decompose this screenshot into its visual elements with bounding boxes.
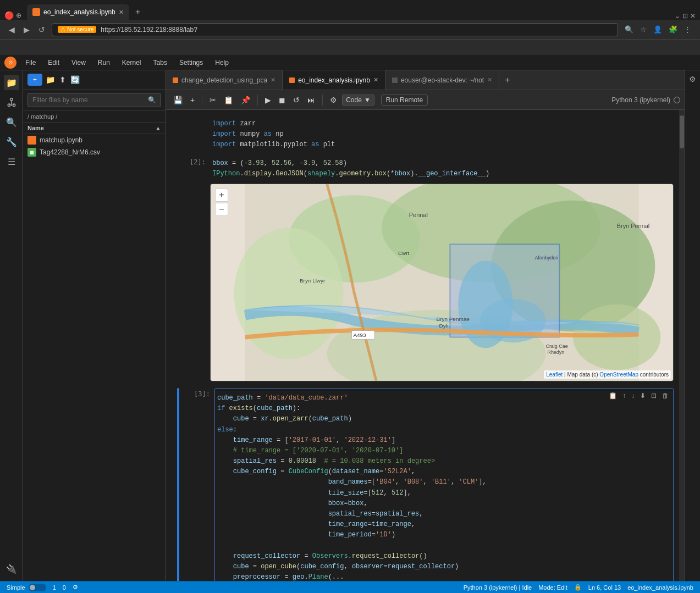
- sidebar-icon-extensions[interactable]: 🔧: [4, 134, 19, 149]
- cell-download-button[interactable]: ⬇: [638, 391, 648, 401]
- leaflet-link[interactable]: Leaflet: [546, 372, 563, 378]
- code-line: cube_path = 'data/data_cube.zarr': [215, 393, 673, 403]
- skip-button[interactable]: ⏭: [305, 94, 318, 106]
- refresh-button[interactable]: ↺: [36, 24, 47, 35]
- file-name: matchup.ipynb: [40, 136, 82, 144]
- menu-tabs[interactable]: Tabs: [148, 57, 173, 69]
- code-line: bbox=bbox,: [215, 498, 673, 509]
- osm-link[interactable]: OpenStreetMap: [599, 372, 638, 378]
- current-file: eo_index_analysis.ipynb: [627, 584, 693, 591]
- tab-icon: [289, 77, 295, 83]
- sort-icon[interactable]: ▲: [155, 125, 161, 131]
- upload-button[interactable]: ⬆: [58, 74, 67, 85]
- list-item[interactable]: matchup.ipynb: [23, 134, 166, 146]
- tab-label: eouser@eo-stack-dev: ~/not: [401, 76, 484, 84]
- file-search-input[interactable]: [32, 96, 145, 104]
- browser-chrome: 🔴 ⊕ eo_index_analysis.ipynb ✕ + ⌄ ⊡ ✕ ◀ …: [0, 0, 700, 55]
- browser-tab-active[interactable]: eo_index_analysis.ipynb ✕: [27, 4, 129, 20]
- cell-content: import zarr import numpy as np import ma…: [210, 117, 674, 153]
- menu-settings[interactable]: Settings: [174, 57, 208, 69]
- dropdown-arrow-icon: ▼: [364, 96, 371, 104]
- settings-button[interactable]: ⚙: [327, 94, 340, 106]
- menu-edit[interactable]: Edit: [42, 57, 65, 69]
- sidebar-icon-git[interactable]: [4, 95, 19, 110]
- tab-close-icon[interactable]: ✕: [487, 76, 492, 84]
- tab-close-icon[interactable]: ✕: [271, 76, 275, 84]
- cell-prompt-empty: [177, 117, 210, 153]
- menu-action[interactable]: ⋮: [682, 24, 693, 35]
- cell-expand-button[interactable]: ⊡: [649, 391, 659, 401]
- tab-eo-index[interactable]: eo_index_analysis.ipynb ✕: [283, 70, 385, 90]
- cell-content[interactable]: 📋 ↑ ↓ ⬇ ⊡ 🗑 cube_path = 'data/data_cube.…: [214, 388, 674, 581]
- copy-button[interactable]: 📋: [221, 94, 236, 106]
- menu-view[interactable]: View: [66, 57, 91, 69]
- line-col: Ln 6, Col 13: [588, 584, 621, 591]
- svg-text:Rhedyn: Rhedyn: [547, 350, 564, 355]
- new-tab-icon[interactable]: +: [499, 75, 515, 85]
- tab-change-detection[interactable]: change_detection_using_pca ✕: [166, 70, 283, 90]
- tab-terminal[interactable]: eouser@eo-stack-dev: ~/not ✕: [385, 70, 499, 90]
- error-count: 0: [63, 584, 66, 591]
- code-line: import matplotlib.pyplot as plt: [210, 140, 674, 150]
- code-line: band_names=['B04', 'B08', 'B11', 'CLM'],: [215, 477, 673, 487]
- cell-delete-button[interactable]: 🗑: [660, 391, 671, 401]
- paste-button[interactable]: 📌: [238, 94, 253, 106]
- kernel-info: Python 3 (ipykernel): [611, 96, 680, 104]
- svg-text:Dyfi: Dyfi: [439, 322, 449, 328]
- search-icon: 🔍: [148, 96, 156, 104]
- cell-content: bbox = (-3.93, 52.56, -3.9, 52.58) IPyth…: [210, 156, 674, 384]
- sidebar-icon-bottom[interactable]: 🔌: [4, 561, 19, 577]
- restart-button[interactable]: ↺: [290, 94, 302, 106]
- code-line: time_range = ['2017-01-01', '2022-12-31'…: [215, 435, 673, 446]
- file-search-box[interactable]: 🔍: [27, 93, 161, 107]
- run-button[interactable]: ▶: [262, 94, 274, 106]
- back-button[interactable]: ◀: [7, 24, 17, 35]
- scrollbar[interactable]: [679, 110, 685, 581]
- tab-close-icon[interactable]: ✕: [373, 76, 378, 84]
- sidebar-icon-filebrowser[interactable]: 📁: [4, 75, 19, 90]
- list-item[interactable]: ▦ Tag42288_NrM6.csv: [23, 146, 166, 158]
- sidebar-icon-search[interactable]: 🔍: [4, 114, 19, 130]
- code-line: cube = xr.open_zarr(cube_path): [215, 414, 673, 424]
- mode-toggle[interactable]: [29, 584, 46, 591]
- extension-action[interactable]: 🧩: [666, 24, 680, 35]
- new-launcher-button[interactable]: +: [27, 74, 42, 86]
- forward-button[interactable]: ▶: [21, 24, 32, 35]
- cell-move-down-button[interactable]: ↓: [629, 391, 637, 401]
- map-container[interactable]: Pennal Bryn Pennal Bryn Llwyr Cwrt Bryn …: [211, 184, 673, 381]
- cell-run-indicator: [177, 388, 179, 581]
- refresh-button[interactable]: 🔄: [69, 74, 81, 85]
- search-action[interactable]: 🔍: [622, 24, 636, 35]
- bookmark-action[interactable]: ☆: [638, 24, 649, 35]
- notebook-tabs: change_detection_using_pca ✕ eo_index_an…: [166, 70, 685, 90]
- cut-button[interactable]: ✂: [207, 94, 219, 106]
- file-header-name: Name: [27, 125, 155, 131]
- svg-text:Craig Cae: Craig Cae: [545, 343, 567, 349]
- map-svg: Pennal Bryn Pennal Bryn Llwyr Cwrt Bryn …: [211, 184, 673, 381]
- profile-action[interactable]: 👤: [651, 24, 664, 35]
- code-line: # time_range = ['2020-07-01', '2020-07-1…: [215, 446, 673, 456]
- new-folder-button[interactable]: 📁: [45, 74, 56, 85]
- status-mode: Simple: [7, 584, 46, 591]
- cell-type-dropdown[interactable]: Code ▼: [342, 95, 374, 106]
- run-remote-button[interactable]: Run Remote: [381, 95, 428, 106]
- save-button[interactable]: 💾: [170, 94, 185, 106]
- svg-text:Bryn Penmae: Bryn Penmae: [437, 316, 470, 322]
- add-cell-button[interactable]: +: [188, 94, 197, 106]
- cell-copy-button[interactable]: 📋: [607, 391, 619, 401]
- kernel-status: Python 3 (ipykernel) | Idle: [464, 584, 532, 591]
- cell-move-up-button[interactable]: ↑: [620, 391, 628, 401]
- right-sidebar-icon-settings[interactable]: ⚙: [689, 75, 696, 84]
- sidebar-icon-table[interactable]: ☰: [4, 154, 19, 169]
- tab-close-icon[interactable]: ✕: [119, 9, 124, 16]
- file-search-container: 🔍: [23, 90, 166, 111]
- menu-file[interactable]: File: [20, 57, 41, 69]
- url-bar[interactable]: ⚠ Not secure https://185.52.192.218:8888…: [52, 23, 618, 36]
- zoom-in-button[interactable]: +: [215, 189, 228, 202]
- menu-run[interactable]: Run: [92, 57, 115, 69]
- menu-kernel[interactable]: Kernel: [117, 57, 147, 69]
- menu-help[interactable]: Help: [210, 57, 234, 69]
- zoom-out-button[interactable]: −: [215, 203, 228, 216]
- stop-button[interactable]: ◼: [276, 94, 288, 106]
- new-tab-button[interactable]: +: [130, 4, 146, 20]
